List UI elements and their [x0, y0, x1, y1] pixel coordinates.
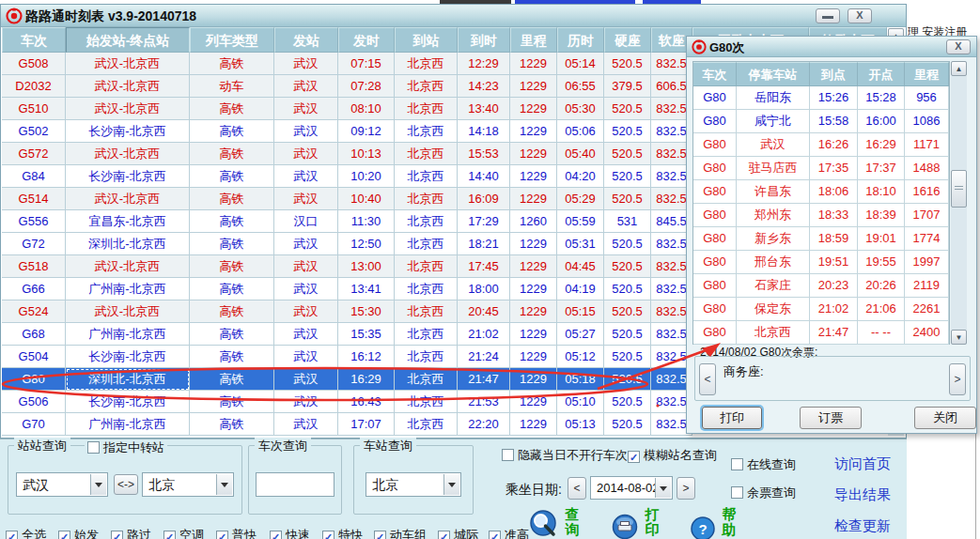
train-cell[interactable]: 武汉-北京西 [66, 98, 190, 120]
train-cell[interactable]: 1260 [510, 210, 557, 233]
train-cell[interactable]: 14:40 [458, 165, 510, 188]
train-cell[interactable]: 21:53 [458, 391, 510, 413]
stop-cell[interactable]: 16:00 [858, 110, 905, 133]
filter-checkbox-7[interactable]: ✓动车组 [374, 527, 427, 539]
filter-checkbox-5[interactable]: ✓快速 [270, 527, 310, 539]
train-cell[interactable]: 04:19 [557, 278, 604, 300]
train-cell[interactable]: 北京西 [395, 255, 458, 278]
stop-cell[interactable]: 1086 [905, 110, 949, 133]
train-cell[interactable]: 北京西 [395, 188, 458, 210]
train-cell[interactable]: 520.5 [604, 53, 651, 75]
train-cell[interactable]: 北京西 [395, 391, 458, 413]
checkbox-checked-icon[interactable]: ✓ [628, 451, 640, 463]
train-cell[interactable]: 长沙南-北京西 [66, 391, 190, 413]
print-button[interactable]: 打印 [702, 407, 762, 429]
stop-cell[interactable]: G80 [693, 204, 737, 227]
train-cell[interactable]: 武汉 [274, 391, 338, 413]
stop-cell[interactable]: 1997 [905, 251, 949, 274]
train-number-input[interactable] [256, 472, 334, 497]
train-cell[interactable]: 10:13 [338, 143, 395, 165]
train-cell[interactable]: 北京西 [395, 210, 458, 233]
stop-cell[interactable]: 18:33 [810, 204, 858, 227]
train-cell[interactable]: 宜昌东-北京西 [66, 210, 190, 233]
stop-cell[interactable]: 15:26 [810, 86, 858, 110]
train-cell[interactable]: 16:43 [338, 391, 395, 413]
train-cell[interactable]: G72 [2, 233, 66, 255]
date-next-button[interactable]: > [677, 477, 695, 500]
train-cell[interactable]: 20:45 [458, 300, 510, 323]
stop-row[interactable]: G80郑州东18:3318:391707 [693, 204, 949, 227]
stop-cell[interactable]: 17:37 [858, 157, 905, 180]
train-cell[interactable]: 16:12 [338, 346, 395, 368]
train-cell[interactable]: 武汉 [274, 368, 338, 391]
train-cell[interactable]: 12:29 [458, 53, 510, 75]
train-cell[interactable]: 05:15 [557, 300, 604, 323]
train-cell[interactable]: 520.5 [604, 255, 651, 278]
stop-cell[interactable]: 17:35 [810, 157, 858, 180]
train-cell[interactable]: 1229 [510, 98, 557, 120]
stop-cell[interactable]: 15:28 [858, 86, 905, 110]
checkbox-checked-icon[interactable]: ✓ [163, 531, 176, 539]
stop-row[interactable]: G80武汉16:2616:291171 [693, 133, 949, 157]
train-cell[interactable]: 高铁 [190, 165, 274, 188]
scroll-thumb[interactable] [951, 170, 967, 208]
train-cell[interactable]: 武汉-北京西 [66, 53, 190, 75]
stop-row[interactable]: G80邢台东19:5119:551997 [693, 251, 949, 274]
train-cell[interactable]: 北京西 [395, 323, 458, 346]
train-cell[interactable]: 05:18 [557, 368, 604, 391]
train-cell[interactable]: 520.5 [604, 143, 651, 165]
stop-cell[interactable]: 1171 [905, 133, 949, 157]
train-cell[interactable]: G502 [2, 120, 66, 143]
train-cell[interactable]: 520.5 [604, 391, 651, 413]
stop-cell[interactable]: G80 [693, 110, 737, 133]
train-cell[interactable]: 12:50 [338, 233, 395, 255]
chevron-down-icon[interactable] [216, 474, 232, 495]
train-cell[interactable]: 武汉 [274, 300, 338, 323]
stop-cell[interactable]: 16:26 [810, 133, 858, 157]
train-cell[interactable]: G508 [2, 53, 66, 75]
train-cell[interactable]: 05:29 [557, 188, 604, 210]
column-header[interactable]: 到时 [458, 27, 510, 53]
train-cell[interactable]: 05:31 [557, 233, 604, 255]
stop-cell[interactable]: 郑州东 [737, 204, 810, 227]
train-cell[interactable]: 北京西 [395, 143, 458, 165]
stop-row[interactable]: G80保定东21:0221:062261 [693, 298, 949, 321]
train-cell[interactable]: 21:47 [458, 368, 510, 391]
train-cell[interactable]: G506 [2, 391, 66, 413]
train-cell[interactable]: G84 [2, 165, 66, 188]
train-cell[interactable]: 07:15 [338, 53, 395, 75]
train-cell[interactable]: 高铁 [190, 210, 274, 233]
train-cell[interactable]: 14:18 [458, 120, 510, 143]
checkbox-checked-icon[interactable]: ✓ [6, 531, 18, 539]
train-cell[interactable]: 1229 [510, 165, 557, 188]
train-cell[interactable]: 18:21 [458, 233, 510, 255]
train-cell[interactable]: 汉口 [274, 210, 338, 233]
train-cell[interactable]: 1229 [510, 346, 557, 368]
chevron-down-icon[interactable] [443, 474, 459, 495]
stop-cell[interactable]: 19:01 [858, 227, 905, 251]
train-cell[interactable]: 17:29 [458, 210, 510, 233]
train-cell[interactable]: 05:40 [557, 143, 604, 165]
train-cell[interactable]: 武汉 [274, 413, 338, 436]
stop-cell[interactable]: G80 [693, 274, 737, 298]
popup-column-header[interactable]: 停靠车站 [737, 62, 810, 86]
column-header[interactable]: 到站 [395, 27, 458, 53]
checkbox-checked-icon[interactable]: ✓ [438, 531, 450, 539]
filter-checkbox-2[interactable]: ✓路过 [111, 527, 151, 539]
train-cell[interactable]: 520.5 [604, 323, 651, 346]
train-cell[interactable]: G504 [2, 346, 66, 368]
stop-cell[interactable]: 新乡东 [737, 227, 810, 251]
train-cell[interactable]: 18:00 [458, 278, 510, 300]
train-cell[interactable]: 高铁 [190, 368, 274, 391]
stop-row[interactable]: G80岳阳东15:2615:28956 [693, 86, 949, 110]
column-header[interactable]: 发时 [338, 27, 395, 53]
train-cell[interactable]: 武汉 [274, 143, 338, 165]
stop-row[interactable]: G80驻马店西17:3517:371488 [693, 157, 949, 180]
train-cell[interactable]: G518 [2, 255, 66, 278]
column-header[interactable]: 始发站-终点站 [66, 27, 190, 53]
stop-cell[interactable]: 咸宁北 [737, 110, 810, 133]
filter-checkbox-8[interactable]: ✓城际 [438, 527, 478, 539]
popup-scrollbar[interactable]: ▲ ▼ [951, 61, 967, 345]
train-cell[interactable]: 广州南-北京西 [66, 278, 190, 300]
train-cell[interactable]: 05:06 [557, 120, 604, 143]
